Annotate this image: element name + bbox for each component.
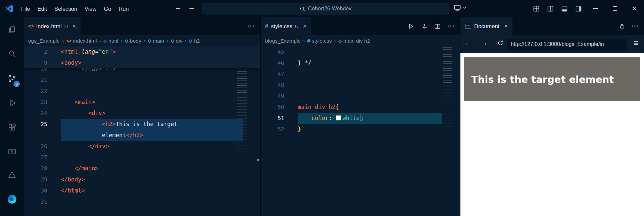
split-columns-button[interactable] [543, 0, 557, 17]
more-actions-icon[interactable]: ··· [632, 22, 639, 30]
search-sidebar-icon[interactable] [7, 49, 16, 58]
editor-group-html: index.html U × ··· ogs_Example›index.htm… [24, 17, 261, 216]
browser-back-icon[interactable]: ← [463, 39, 473, 47]
code-line[interactable]: 9<body> [24, 57, 260, 68]
forward-arrow-icon[interactable]: → [187, 3, 197, 11]
breadcrumb-label: div [176, 38, 183, 44]
code-line[interactable]: 45 [261, 46, 460, 57]
code-text: </div> [61, 141, 109, 152]
tab-document[interactable]: Document × [460, 17, 512, 35]
menu-selection[interactable]: Selection [51, 3, 81, 14]
breadcrumb-item[interactable]: body [125, 38, 141, 44]
title-bar: FileEditSelectionViewGoRun··· ← → Cohort… [0, 0, 644, 17]
breadcrumb-label: body [130, 38, 141, 44]
code-line[interactable]: 26 </div> [24, 141, 260, 152]
browser-forward-icon[interactable]: → [479, 39, 489, 47]
breadcrumb-item[interactable]: ogs_Example [28, 38, 60, 44]
code-line[interactable]: 49 [261, 91, 460, 102]
overview-ruler-change-mark [257, 159, 259, 161]
close-window-button[interactable]: × [625, 0, 644, 17]
code-line[interactable]: 29</body> [24, 174, 260, 185]
code-line[interactable]: 48 [261, 79, 460, 91]
breadcrumb-label: h2 [194, 38, 200, 44]
code-line[interactable]: 23 <main> [24, 97, 260, 108]
breadcrumb-item[interactable]: main [148, 38, 164, 44]
maximize-icon [613, 6, 617, 11]
code-line[interactable]: 50main div h2{ [261, 102, 460, 113]
activity-bar: 3 [0, 17, 24, 216]
color-swatch[interactable] [336, 115, 341, 120]
menu-go[interactable]: Go [100, 3, 115, 14]
code-line[interactable]: 30</html> [24, 185, 260, 196]
code-editor-html[interactable]: 20 </nav> -->212223 <main>24 <div>25 <h2… [24, 46, 260, 216]
chevron-right-icon: › [62, 38, 64, 44]
line-number: 29 [24, 174, 47, 185]
code-line[interactable]: 27 [24, 152, 260, 163]
screencast-button[interactable] [454, 4, 466, 11]
breadcrumb-item[interactable]: html [103, 38, 118, 44]
maximize-button[interactable] [605, 0, 625, 17]
browser-logo-icon[interactable] [7, 195, 16, 204]
browser-reload-icon[interactable] [495, 40, 505, 48]
command-center-search[interactable]: Cohort26-Webdev [202, 3, 449, 14]
remote-explorer-icon[interactable] [7, 147, 16, 156]
line-number: 48 [261, 79, 284, 91]
line-number: 30 [24, 185, 47, 196]
code-line[interactable]: 46} */ [261, 57, 460, 68]
code-editor-css[interactable]: 4546} */47484950main div h2{51 color: wh… [261, 46, 460, 216]
monitor-icon [454, 4, 461, 11]
tab-index-html[interactable]: index.html U × [24, 17, 81, 35]
split-editor-icon[interactable] [434, 23, 441, 30]
code-line[interactable]: 24 <div> [24, 108, 260, 119]
breadcrumb-item[interactable]: main div h2 [338, 38, 370, 44]
tab-style-css[interactable]: style.css U × [261, 17, 311, 35]
code-line[interactable]: element</h2> [24, 130, 260, 141]
breadcrumb-item[interactable]: blogs_Example [265, 38, 301, 44]
sticky-scroll[interactable]: 2<html lang="en">9<body> [24, 46, 260, 68]
menu-view[interactable]: View [81, 3, 100, 14]
run-debug-icon[interactable] [7, 98, 16, 107]
chevron-down-icon [463, 6, 466, 9]
minimize-button[interactable] [586, 0, 605, 17]
code-text: color: white; [298, 113, 364, 124]
menu-edit[interactable]: Edit [34, 3, 51, 14]
code-text: </html> [61, 185, 85, 196]
code-line[interactable]: 2<html lang="en"> [24, 46, 260, 57]
breadcrumb-item[interactable]: index.html [66, 38, 97, 44]
code-line[interactable]: 52} [261, 124, 460, 135]
explorer-icon[interactable] [7, 25, 16, 34]
code-line[interactable]: 21 [24, 74, 260, 86]
lock-icon[interactable] [620, 23, 625, 29]
open-changes-icon[interactable] [421, 23, 428, 30]
extensions-icon[interactable] [7, 123, 16, 132]
more-actions-icon[interactable]: ··· [247, 22, 255, 30]
code-text: <html lang="en"> [61, 46, 116, 57]
menu-file[interactable]: File [17, 3, 34, 14]
symbol-blue-icon [148, 38, 151, 43]
breadcrumb-item[interactable]: h2 [189, 38, 200, 44]
more-actions-icon[interactable]: ··· [447, 22, 455, 30]
url-bar[interactable]: http://127.0.0.1:3000/blogs_Example/in [507, 39, 627, 50]
code-line[interactable]: 25 <h2>This is the target [24, 119, 260, 130]
breadcrumb-label: main [153, 38, 164, 44]
toggle-secondary-sidebar-button[interactable] [572, 0, 586, 17]
breadcrumb-item[interactable]: div [171, 38, 183, 44]
toggle-panel-button[interactable] [557, 0, 572, 17]
code-line[interactable]: 51 color: white; [261, 113, 460, 124]
code-line[interactable]: 47 [261, 68, 460, 79]
code-line[interactable]: 31 [24, 196, 260, 207]
browser-menu-icon[interactable]: ≡ [630, 38, 642, 48]
menu-more[interactable]: ··· [133, 3, 145, 14]
run-file-icon[interactable] [408, 23, 414, 30]
close-tab-icon[interactable]: × [303, 22, 307, 30]
code-line[interactable]: 28 </main> [24, 163, 260, 174]
close-tab-icon[interactable]: × [72, 22, 76, 30]
code-line[interactable]: 22 [24, 86, 260, 97]
close-tab-icon[interactable]: × [504, 22, 508, 30]
layout-grid-button[interactable] [529, 0, 543, 17]
breadcrumb-item[interactable]: style.css [307, 38, 332, 44]
menu-run[interactable]: Run [115, 3, 132, 14]
triangle-extension-icon[interactable] [7, 170, 16, 179]
git-status-letter: U [64, 23, 68, 29]
back-arrow-icon[interactable]: ← [173, 3, 183, 11]
